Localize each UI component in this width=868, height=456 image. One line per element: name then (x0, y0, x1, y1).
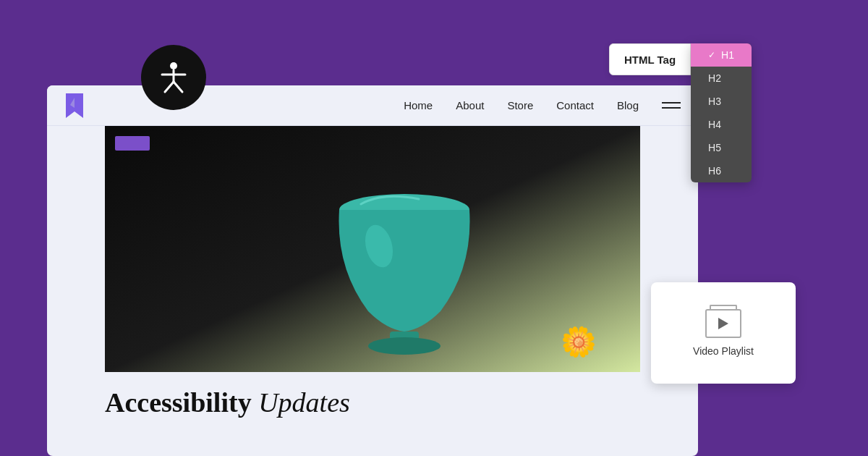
logo-icon (64, 93, 85, 118)
nav-link-home[interactable]: Home (404, 99, 433, 111)
dropdown-option-h5[interactable]: H5 (691, 136, 752, 159)
dropdown-option-h4[interactable]: H4 (691, 113, 752, 136)
video-playlist-label: Video Playlist (693, 345, 754, 357)
bowl-scene: 🌼 (105, 126, 640, 372)
svg-point-8 (368, 337, 441, 355)
option-label-h1: H1 (721, 49, 734, 61)
page-heading: Accessibility Updates (47, 372, 698, 420)
video-playlist-panel[interactable]: Video Playlist (651, 282, 796, 384)
svg-point-0 (170, 62, 177, 69)
bowl-illustration (325, 152, 484, 358)
browser-window: Home About Store Contact Blog (47, 85, 698, 456)
option-label-h5: H5 (708, 142, 721, 153)
option-label-h3: H3 (708, 96, 721, 107)
video-playlist-icon (705, 309, 741, 338)
html-tag-label: HTML Tag (609, 43, 691, 75)
html-tag-panel: HTML Tag ✓ H1 H2 H3 H4 H5 H6 (609, 43, 752, 182)
image-highlight-bar (115, 136, 150, 151)
option-label-h6: H6 (708, 165, 721, 177)
nav-link-store[interactable]: Store (507, 99, 533, 111)
checkmark-icon: ✓ (708, 50, 715, 60)
nav-links: Home About Store Contact Blog (404, 99, 639, 111)
accessibility-button[interactable] (141, 45, 206, 110)
dropdown-option-h6[interactable]: H6 (691, 159, 752, 182)
play-icon (718, 318, 728, 329)
nav-link-contact[interactable]: Contact (556, 99, 594, 111)
dropdown-option-h1[interactable]: ✓ H1 (691, 43, 752, 67)
hero-image: 🌼 (105, 126, 640, 372)
svg-line-4 (174, 82, 182, 92)
html-tag-dropdown[interactable]: ✓ H1 H2 H3 H4 H5 H6 (691, 43, 752, 182)
dropdown-option-h3[interactable]: H3 (691, 90, 752, 113)
heading-bold: Accessibility (105, 387, 252, 418)
nav-link-about[interactable]: About (456, 99, 484, 111)
svg-line-3 (165, 82, 174, 92)
flower-decoration: 🌼 (561, 325, 597, 359)
option-label-h4: H4 (708, 119, 721, 130)
accessibility-icon (155, 59, 192, 96)
heading-italic: Updates (258, 387, 350, 418)
dropdown-option-h2[interactable]: H2 (691, 67, 752, 90)
option-label-h2: H2 (708, 72, 721, 84)
